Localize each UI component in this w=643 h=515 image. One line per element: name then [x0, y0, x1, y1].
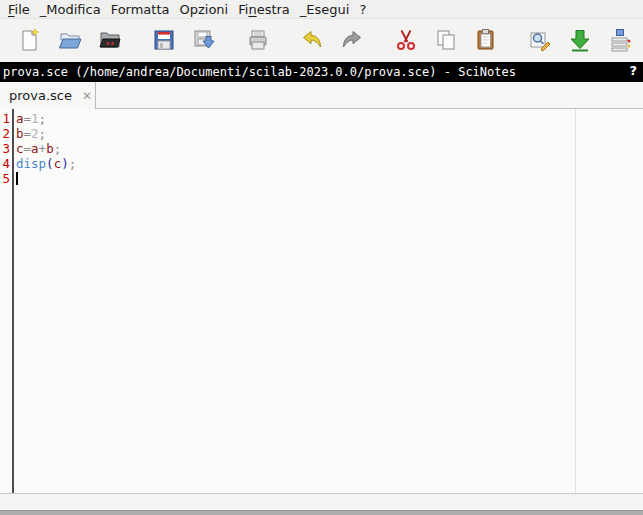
save-and-execute-button[interactable]	[568, 29, 592, 53]
code-text: disp(c);	[10, 156, 76, 171]
find-replace-icon	[528, 28, 552, 55]
tab-prova-sce[interactable]: prova.sce ✕	[0, 82, 96, 109]
copy-button[interactable]	[434, 29, 458, 53]
line-number: 2	[0, 126, 10, 141]
line-number: 1	[0, 111, 10, 126]
toolbar	[0, 20, 643, 62]
code-line[interactable]: 1a=1;	[0, 111, 575, 126]
redo-arrow-icon	[340, 28, 364, 55]
open-source-file-button[interactable]	[98, 29, 122, 53]
save-floppy-icon	[152, 28, 176, 55]
save-as-button[interactable]	[192, 29, 216, 53]
open-source-folder-icon	[98, 28, 122, 55]
new-file-button[interactable]	[18, 29, 42, 53]
code-line[interactable]: 3c=a+b;	[0, 141, 575, 156]
code-text: a=1;	[10, 111, 46, 126]
tab-close-icon[interactable]: ✕	[82, 90, 92, 102]
document-title-bar[interactable]: prova.sce (/home/andrea/Documenti/scilab…	[0, 62, 643, 82]
open-folder-icon	[58, 28, 82, 55]
undo-button[interactable]	[300, 29, 324, 53]
menu-file[interactable]: File	[3, 2, 35, 17]
code-navigator-icon	[608, 28, 632, 55]
menu-finestra[interactable]: Finestra	[233, 2, 295, 17]
code-navigator-button[interactable]	[608, 29, 632, 53]
document-title: prova.sce (/home/andrea/Documenti/scilab…	[0, 65, 516, 79]
scissors-icon	[394, 28, 418, 55]
status-bar	[0, 493, 643, 510]
open-file-button[interactable]	[58, 29, 82, 53]
line-number: 3	[0, 141, 10, 156]
printer-icon	[246, 28, 270, 55]
text-caret	[16, 172, 18, 185]
execute-down-arrow-icon	[568, 28, 592, 55]
tab-label: prova.sce	[0, 88, 72, 103]
undo-arrow-icon	[300, 28, 324, 55]
redo-button[interactable]	[340, 29, 364, 53]
menu-opzioni[interactable]: Opzioni	[175, 2, 234, 17]
find-replace-button[interactable]	[528, 29, 552, 53]
code-line[interactable]: 2b=2;	[0, 126, 575, 141]
menu-esegui[interactable]: _Esegui	[295, 2, 355, 17]
window-bottom-edge	[0, 510, 643, 515]
tab-strip: prova.sce ✕	[0, 82, 643, 109]
copy-pages-icon	[434, 28, 458, 55]
menu-modifica[interactable]: _Modifica	[35, 2, 106, 17]
menu-bar: File_ModificaFormattaOpzioniFinestra_Ese…	[0, 0, 643, 19]
line-number: 5	[0, 171, 10, 186]
paste-button[interactable]	[474, 29, 498, 53]
code-line[interactable]: 4disp(c);	[0, 156, 575, 171]
help-button[interactable]: ?	[629, 63, 637, 78]
menu-formatta[interactable]: Formatta	[106, 2, 175, 17]
save-button[interactable]	[152, 29, 176, 53]
cut-button[interactable]	[394, 29, 418, 53]
code-line[interactable]: 5	[0, 171, 575, 186]
code-text: c=a+b;	[10, 141, 61, 156]
clipboard-icon	[474, 28, 498, 55]
code-editor[interactable]: 1a=1;2b=2;3c=a+b;4disp(c);5 WWW.STEMKB.C…	[0, 109, 643, 493]
new-file-icon	[18, 28, 42, 55]
line-number: 4	[0, 156, 10, 171]
scinotes-window: File_ModificaFormattaOpzioniFinestra_Ese…	[0, 0, 643, 515]
wrap-margin-line	[575, 109, 576, 493]
code-text: b=2;	[10, 126, 46, 141]
code-text	[10, 171, 18, 186]
save-as-icon	[192, 28, 216, 55]
print-button[interactable]	[246, 29, 270, 53]
code-lines: 1a=1;2b=2;3c=a+b;4disp(c);5	[0, 111, 575, 186]
menu-?[interactable]: ?	[354, 2, 371, 17]
